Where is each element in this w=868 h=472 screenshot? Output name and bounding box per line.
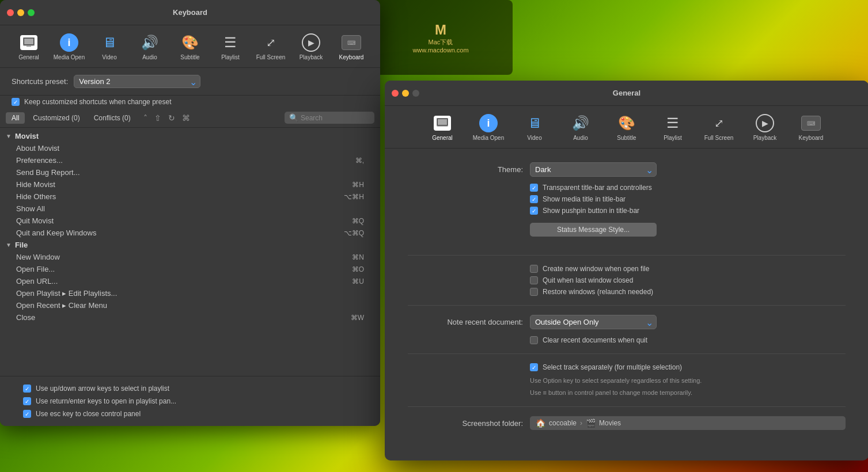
gen-toolbar-subtitle[interactable]: 🎨 Subtitle — [604, 111, 650, 143]
pie-icon: 🎨 — [181, 35, 199, 51]
transparent-titlebar-cb[interactable]: ✓ — [530, 184, 538, 192]
toolbar-item-audio[interactable]: 🔊 Audio — [130, 30, 170, 63]
create-new-window-cb[interactable] — [530, 265, 538, 273]
shortcut-menu-list: ▼ Movist About Movist Preferences... ⌘, … — [0, 128, 380, 352]
file-open-file-item[interactable]: Open File... ⌘O — [0, 263, 380, 275]
movist-quit-keep-item[interactable]: Quit and Keep Windows ⌥⌘Q — [0, 227, 380, 239]
file-section-header[interactable]: ▼ File — [0, 239, 380, 251]
gen-play-circle-icon: ▶ — [756, 114, 774, 132]
theme-select[interactable]: Dark — [530, 162, 657, 177]
hide-movist-label: Hide Movist — [16, 180, 55, 189]
gen-general-icon-shape — [434, 116, 451, 131]
status-message-btn[interactable]: Status Message Style... — [530, 223, 657, 237]
gen-subtitle-icon: 🎨 — [616, 113, 637, 134]
show-media-title-cb[interactable]: ✓ — [530, 195, 538, 203]
filter-cmd-icon[interactable]: ⌘ — [180, 112, 192, 124]
gen-toolbar-video-label: Video — [527, 135, 541, 141]
movies-path-text: Movies — [599, 419, 621, 427]
new-window-shortcut: ⌘N — [352, 253, 364, 261]
open-file-shortcut: ⌘O — [352, 265, 364, 273]
movist-show-all-item[interactable]: Show All — [0, 203, 380, 215]
gen-toolbar-audio[interactable]: 🔊 Audio — [558, 111, 604, 143]
shortcuts-preset-select[interactable]: Version 2 — [74, 75, 200, 88]
bottom-cb-3[interactable]: ✓ — [23, 410, 31, 418]
theme-select-wrap: Dark ⌄ — [530, 162, 657, 177]
shortcuts-preset-row: Shortcuts preset: Version 2 ⌄ — [0, 68, 380, 96]
gen-toolbar-general[interactable]: General — [419, 111, 465, 143]
note-recent-select[interactable]: Outside Open Only — [530, 315, 657, 329]
movist-bugreport-item[interactable]: Send Bug Report... — [0, 166, 380, 178]
bottom-cb-1[interactable]: ✓ — [23, 385, 31, 393]
gen-toolbar-fullscreen[interactable]: ⤢ Full Screen — [696, 111, 742, 143]
gen-fullscreen-icon: ⤢ — [708, 113, 729, 134]
toolbar-item-playlist[interactable]: ☰ Playlist — [210, 30, 251, 63]
toolbar-fullscreen-label: Full Screen — [256, 54, 286, 60]
filter-tab-conflicts[interactable]: Conflicts (0) — [88, 112, 137, 124]
theme-row: Theme: Dark ⌄ — [408, 162, 846, 177]
search-input[interactable] — [301, 114, 370, 122]
filter-tab-customized[interactable]: Customized (0) — [27, 112, 85, 124]
gen-keyboard-icon: ⌨ — [801, 113, 821, 134]
show-media-title-row: ✓ Show media title in title-bar — [530, 195, 846, 203]
filter-tab-all[interactable]: All — [6, 112, 25, 124]
gen-toolbar-playback[interactable]: ▶ Playback — [742, 111, 788, 143]
watermark-site: Mac下载www.macdown.com — [412, 38, 468, 54]
gen-monitor-icon: 🖥 — [528, 115, 541, 131]
file-open-recent-item[interactable]: Open Recent ▸ Clear Menu — [0, 299, 380, 311]
file-open-url-item[interactable]: Open URL... ⌘U — [0, 275, 380, 287]
toolbar-item-general[interactable]: General — [9, 30, 49, 63]
toolbar-item-video[interactable]: 🖥 Video — [89, 30, 130, 63]
filter-up-icon[interactable]: ˄ — [141, 112, 150, 124]
toolbar-subtitle-label: Subtitle — [180, 54, 199, 60]
general-title: General — [613, 89, 640, 97]
toolbar-item-media-open[interactable]: i Media Open — [49, 30, 89, 63]
keep-customized-checkbox[interactable]: ✓ — [12, 98, 20, 106]
note-recent-label: Note recent document: — [408, 318, 523, 326]
clear-recent-cb[interactable] — [530, 336, 538, 344]
video-icon: 🖥 — [99, 32, 120, 53]
movist-preferences-item[interactable]: Preferences... ⌘, — [0, 154, 380, 166]
gen-toolbar-media-open[interactable]: i Media Open — [465, 111, 511, 143]
gen-toolbar-keyboard[interactable]: ⌨ Keyboard — [788, 111, 834, 143]
movist-about-item[interactable]: About Movist — [0, 142, 380, 154]
movist-quit-item[interactable]: Quit Movist ⌘Q — [0, 215, 380, 227]
toolbar-item-fullscreen[interactable]: ⤢ Full Screen — [251, 30, 291, 63]
general-minimize-btn[interactable] — [402, 90, 409, 97]
filter-alt-icon[interactable]: ↻ — [166, 112, 177, 124]
general-traffic-lights — [392, 90, 419, 97]
show-pushpin-cb[interactable]: ✓ — [530, 207, 538, 215]
bugreport-label: Send Bug Report... — [16, 168, 80, 177]
bottom-cb-2[interactable]: ✓ — [23, 397, 31, 405]
gen-speaker-icon: 🔊 — [572, 115, 589, 131]
file-chevron-icon: ▼ — [6, 242, 12, 248]
movist-hide-others-item[interactable]: Hide Others ⌥⌘H — [0, 191, 380, 203]
file-close-item[interactable]: Close ⌘W — [0, 311, 380, 323]
toolbar-media-open-label: Media Open — [54, 54, 85, 60]
filter-icons-group: ˄ ⇧ ↻ ⌘ — [141, 112, 192, 124]
movist-hide-item[interactable]: Hide Movist ⌘H — [0, 178, 380, 191]
restore-windows-cb[interactable] — [530, 288, 538, 296]
file-new-window-item[interactable]: New Window ⌘N — [0, 251, 380, 263]
keyboard-maximize-btn[interactable] — [28, 9, 35, 16]
keyboard-minimize-btn[interactable] — [17, 9, 24, 16]
screenshot-folder-path[interactable]: 🏠 cocoable › 🎬 Movies — [530, 416, 846, 430]
movist-section-header[interactable]: ▼ Movist — [0, 130, 380, 142]
bottom-cb-1-label: Use up/down arrow keys to select in play… — [36, 385, 169, 393]
toolbar-general-label: General — [18, 54, 39, 60]
open-url-shortcut: ⌘U — [352, 277, 364, 286]
gen-audio-icon: 🔊 — [570, 113, 591, 134]
toolbar-item-playback[interactable]: ▶ Playback — [291, 30, 331, 63]
gen-toolbar-video[interactable]: 🖥 Video — [511, 111, 558, 143]
file-open-playlist-item[interactable]: Open Playlist ▸ Edit Playlists... — [0, 287, 380, 299]
open-file-label: Open File... — [16, 265, 55, 273]
general-close-btn[interactable] — [392, 90, 399, 97]
filter-shift-icon[interactable]: ⇧ — [152, 112, 164, 124]
quit-last-window-cb[interactable] — [530, 276, 538, 284]
gen-toolbar-playlist[interactable]: ☰ Playlist — [650, 111, 696, 143]
keyboard-close-btn[interactable] — [7, 9, 14, 16]
toolbar-item-keyboard[interactable]: ⌨ Keyboard — [331, 30, 372, 63]
select-track-cb[interactable]: ✓ — [530, 363, 538, 371]
toolbar-item-subtitle[interactable]: 🎨 Subtitle — [170, 30, 210, 63]
general-maximize-btn[interactable] — [412, 90, 419, 97]
show-media-title-label: Show media title in title-bar — [543, 195, 626, 203]
